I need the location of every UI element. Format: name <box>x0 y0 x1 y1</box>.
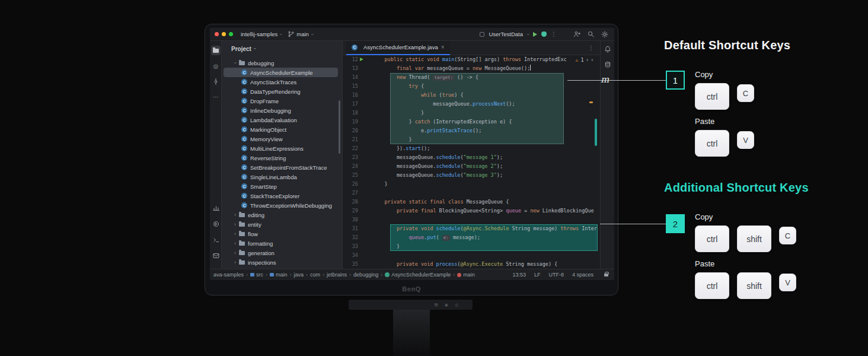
more-actions-icon[interactable]: ⋮ <box>551 31 557 37</box>
gutter-line-18[interactable]: 18 <box>343 109 365 117</box>
code-text[interactable]: public static void main(String[] args) t… <box>372 55 599 269</box>
tree-item-DataTypeRendering[interactable]: CDataTypeRendering <box>224 87 338 96</box>
code-line-31[interactable]: private void schedule(@Async.Schedule St… <box>372 224 599 233</box>
gutter-line-17[interactable]: 17 <box>343 100 365 109</box>
gutter-line-14[interactable]: 14 <box>343 73 365 82</box>
gutter-line-13[interactable]: 13 <box>343 64 365 73</box>
gutter-line-35[interactable]: 35 <box>343 260 365 269</box>
search-icon[interactable] <box>588 31 594 37</box>
code-line-26[interactable]: } <box>372 180 599 189</box>
more-tools-icon[interactable]: ⋯ <box>211 92 221 101</box>
code-line-17[interactable]: messageQueue.processNext(); <box>372 100 599 109</box>
code-line-20[interactable]: e.printStackTrace(); <box>372 126 599 135</box>
code-line-15[interactable]: try { <box>372 82 599 91</box>
code-line-13[interactable]: final var messageQueue = new MessageQueu… <box>372 64 599 73</box>
gutter-line-22[interactable]: 22 <box>343 144 365 153</box>
tree-item-InlineDebugging[interactable]: CInlineDebugging <box>224 106 338 115</box>
run-tool-icon[interactable] <box>211 219 221 228</box>
breadcrumb-item-src[interactable]: src <box>250 272 263 278</box>
chevron-right-icon[interactable]: › <box>232 240 238 246</box>
profiler-tool-icon[interactable] <box>211 203 221 212</box>
bell-icon[interactable] <box>604 46 611 53</box>
gutter-line-21[interactable]: 21 <box>343 135 365 144</box>
tab-options-icon[interactable]: ⋮ <box>588 44 600 51</box>
chevron-right-icon[interactable]: › <box>232 259 238 265</box>
breadcrumb-item-com[interactable]: com <box>310 272 320 278</box>
tree-item-editing[interactable]: ›editing <box>224 210 338 220</box>
terminal-tool-icon[interactable] <box>211 235 221 244</box>
tree-item-debugging[interactable]: ›debugging <box>224 58 338 68</box>
gutter-line-28[interactable]: 28 <box>343 198 365 206</box>
debug-button[interactable] <box>541 31 547 37</box>
tree-item-ReverseString[interactable]: CReverseString <box>224 153 338 163</box>
scrollbar-selection-marker[interactable] <box>595 119 597 146</box>
gutter-line-29[interactable]: 29 <box>343 206 365 215</box>
tree-item-flow[interactable]: ›flow <box>224 229 338 239</box>
gutter-line-30[interactable]: 30 <box>343 215 365 224</box>
lock-icon[interactable] <box>604 274 608 276</box>
gutter-line-19[interactable]: 19 <box>343 117 365 126</box>
code-line-32[interactable]: queue.put( e: message); <box>372 233 599 242</box>
tree-item-MarkingObject[interactable]: CMarkingObject <box>224 125 338 134</box>
code-area[interactable]: 1213141516171819202122232425262728293031… <box>343 55 600 269</box>
close-tab-icon[interactable]: × <box>441 44 445 50</box>
tree-item-StackTraceExplorer[interactable]: CStackTraceExplorer <box>224 191 338 201</box>
breadcrumb-item-debugging[interactable]: debugging <box>353 272 378 278</box>
settings-gear-icon[interactable] <box>601 31 608 38</box>
code-line-29[interactable]: private final BlockingQueue<String> queu… <box>372 206 599 215</box>
code-line-14[interactable]: new Thread( target: () -> { <box>372 73 599 82</box>
tree-item-entity[interactable]: ›entity <box>224 220 338 229</box>
tree-item-generation[interactable]: ›generation <box>224 248 338 258</box>
maximize-window-button[interactable] <box>229 32 233 36</box>
chevron-right-icon[interactable]: › <box>232 231 238 237</box>
tree-item-inspections[interactable]: ›inspections <box>224 258 338 267</box>
tree-item-AsyncStackTraces[interactable]: CAsyncStackTraces <box>224 77 338 87</box>
tree-item-ThrowExceptionWhileDebugging[interactable]: CThrowExceptionWhileDebugging <box>224 201 338 210</box>
code-line-30[interactable] <box>372 215 599 224</box>
project-scrollbar[interactable] <box>339 100 340 154</box>
gutter-line-23[interactable]: 23 <box>343 153 365 162</box>
code-line-24[interactable]: messageQueue.schedule("message 2"); <box>372 162 599 171</box>
gutter-line-24[interactable]: 24 <box>343 162 365 171</box>
gutter-line-20[interactable]: 20 <box>343 126 365 135</box>
breadcrumb-item-main[interactable]: main <box>270 272 288 278</box>
tree-item-AsyncSchedulerExample[interactable]: CAsyncSchedulerExample <box>224 68 338 77</box>
gutter-line-26[interactable]: 26 <box>343 180 365 189</box>
indent-setting[interactable]: 4 spaces <box>572 272 593 278</box>
run-button[interactable] <box>533 32 537 37</box>
gutter-line-16[interactable]: 16 <box>343 91 365 100</box>
gutter-line-34[interactable]: 34 <box>343 251 365 260</box>
gutter-line-15[interactable]: 15 <box>343 82 365 91</box>
gutter-line-33[interactable]: 33 <box>343 242 365 251</box>
code-line-28[interactable]: private static final class MessageQueue … <box>372 198 599 206</box>
gutter-line-12[interactable]: 12 <box>343 55 365 64</box>
tree-item-SingleLineLambda[interactable]: CSingleLineLambda <box>224 172 338 182</box>
breadcrumb-item-java[interactable]: java <box>294 272 304 278</box>
notifications-tool-icon[interactable] <box>211 251 221 260</box>
code-line-34[interactable] <box>372 251 599 260</box>
chevron-down-icon[interactable]: › <box>232 61 238 66</box>
breadcrumb-item-ava-samples[interactable]: ava-samples <box>213 272 244 278</box>
file-encoding[interactable]: UTF-8 <box>548 272 564 278</box>
chevron-right-icon[interactable]: › <box>232 212 238 218</box>
gutter-line-27[interactable]: 27 <box>343 189 365 198</box>
code-with-me-icon[interactable] <box>573 31 580 37</box>
gutter-line-32[interactable]: 32 <box>343 233 365 242</box>
editor-gutter[interactable]: 1213141516171819202122232425262728293031… <box>343 55 371 269</box>
chevron-right-icon[interactable]: › <box>232 221 238 227</box>
tree-item-MemoryView[interactable]: CMemoryView <box>224 134 338 144</box>
run-gutter-icon[interactable] <box>360 58 363 61</box>
code-line-16[interactable]: while (true) { <box>372 91 599 100</box>
gutter-line-31[interactable]: 31 <box>343 224 365 233</box>
prev-problem-icon[interactable]: ∧ <box>586 58 589 62</box>
tree-item-DropFrame[interactable]: CDropFrame <box>224 96 338 106</box>
chevron-right-icon[interactable]: › <box>232 250 238 256</box>
database-icon[interactable] <box>604 61 611 68</box>
tree-item-LambdaEvaluation[interactable]: CLambdaEvaluation <box>224 115 338 125</box>
code-line-19[interactable]: } catch (InterruptedException e) { <box>372 117 599 126</box>
code-line-23[interactable]: messageQueue.schedule("message 1"); <box>372 153 599 162</box>
minimize-window-button[interactable] <box>222 32 226 36</box>
project-tool-icon[interactable] <box>211 46 221 55</box>
code-line-12[interactable]: public static void main(String[] args) t… <box>372 55 599 64</box>
code-line-33[interactable]: } <box>372 242 599 251</box>
